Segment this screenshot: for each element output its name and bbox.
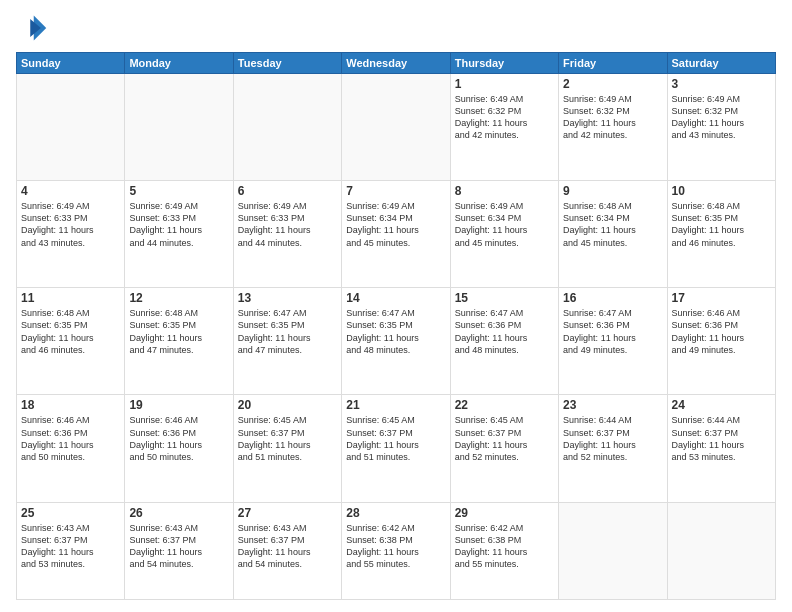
day-number: 22 <box>455 398 554 412</box>
calendar-week-row: 18Sunrise: 6:46 AM Sunset: 6:36 PM Dayli… <box>17 395 776 502</box>
calendar-cell <box>667 502 775 599</box>
day-number: 19 <box>129 398 228 412</box>
day-number: 25 <box>21 506 120 520</box>
day-info: Sunrise: 6:47 AM Sunset: 6:35 PM Dayligh… <box>238 307 337 356</box>
day-info: Sunrise: 6:43 AM Sunset: 6:37 PM Dayligh… <box>238 522 337 571</box>
calendar-cell: 19Sunrise: 6:46 AM Sunset: 6:36 PM Dayli… <box>125 395 233 502</box>
day-number: 10 <box>672 184 771 198</box>
calendar-cell <box>17 74 125 181</box>
day-number: 1 <box>455 77 554 91</box>
day-info: Sunrise: 6:48 AM Sunset: 6:34 PM Dayligh… <box>563 200 662 249</box>
logo <box>16 12 52 44</box>
day-number: 11 <box>21 291 120 305</box>
day-info: Sunrise: 6:46 AM Sunset: 6:36 PM Dayligh… <box>21 414 120 463</box>
weekday-header-saturday: Saturday <box>667 53 775 74</box>
day-info: Sunrise: 6:49 AM Sunset: 6:32 PM Dayligh… <box>455 93 554 142</box>
day-info: Sunrise: 6:49 AM Sunset: 6:32 PM Dayligh… <box>672 93 771 142</box>
page: SundayMondayTuesdayWednesdayThursdayFrid… <box>0 0 792 612</box>
calendar-cell: 16Sunrise: 6:47 AM Sunset: 6:36 PM Dayli… <box>559 288 667 395</box>
day-number: 9 <box>563 184 662 198</box>
calendar-cell: 21Sunrise: 6:45 AM Sunset: 6:37 PM Dayli… <box>342 395 450 502</box>
calendar-cell: 11Sunrise: 6:48 AM Sunset: 6:35 PM Dayli… <box>17 288 125 395</box>
day-info: Sunrise: 6:42 AM Sunset: 6:38 PM Dayligh… <box>346 522 445 571</box>
calendar-cell: 25Sunrise: 6:43 AM Sunset: 6:37 PM Dayli… <box>17 502 125 599</box>
day-number: 28 <box>346 506 445 520</box>
calendar-week-row: 11Sunrise: 6:48 AM Sunset: 6:35 PM Dayli… <box>17 288 776 395</box>
weekday-header-thursday: Thursday <box>450 53 558 74</box>
day-info: Sunrise: 6:45 AM Sunset: 6:37 PM Dayligh… <box>455 414 554 463</box>
calendar-cell <box>125 74 233 181</box>
day-number: 2 <box>563 77 662 91</box>
day-number: 12 <box>129 291 228 305</box>
day-number: 3 <box>672 77 771 91</box>
day-number: 5 <box>129 184 228 198</box>
calendar-cell: 4Sunrise: 6:49 AM Sunset: 6:33 PM Daylig… <box>17 181 125 288</box>
day-info: Sunrise: 6:45 AM Sunset: 6:37 PM Dayligh… <box>346 414 445 463</box>
day-number: 15 <box>455 291 554 305</box>
header <box>16 12 776 44</box>
calendar-cell: 17Sunrise: 6:46 AM Sunset: 6:36 PM Dayli… <box>667 288 775 395</box>
day-number: 24 <box>672 398 771 412</box>
calendar-cell: 15Sunrise: 6:47 AM Sunset: 6:36 PM Dayli… <box>450 288 558 395</box>
calendar-table: SundayMondayTuesdayWednesdayThursdayFrid… <box>16 52 776 600</box>
day-info: Sunrise: 6:46 AM Sunset: 6:36 PM Dayligh… <box>672 307 771 356</box>
calendar-cell: 26Sunrise: 6:43 AM Sunset: 6:37 PM Dayli… <box>125 502 233 599</box>
calendar-header-row: SundayMondayTuesdayWednesdayThursdayFrid… <box>17 53 776 74</box>
day-info: Sunrise: 6:44 AM Sunset: 6:37 PM Dayligh… <box>672 414 771 463</box>
calendar-cell: 5Sunrise: 6:49 AM Sunset: 6:33 PM Daylig… <box>125 181 233 288</box>
day-number: 16 <box>563 291 662 305</box>
calendar-cell: 8Sunrise: 6:49 AM Sunset: 6:34 PM Daylig… <box>450 181 558 288</box>
calendar-cell: 24Sunrise: 6:44 AM Sunset: 6:37 PM Dayli… <box>667 395 775 502</box>
day-number: 6 <box>238 184 337 198</box>
day-number: 29 <box>455 506 554 520</box>
day-info: Sunrise: 6:48 AM Sunset: 6:35 PM Dayligh… <box>21 307 120 356</box>
day-info: Sunrise: 6:47 AM Sunset: 6:36 PM Dayligh… <box>455 307 554 356</box>
calendar-cell <box>559 502 667 599</box>
day-number: 7 <box>346 184 445 198</box>
calendar-cell: 28Sunrise: 6:42 AM Sunset: 6:38 PM Dayli… <box>342 502 450 599</box>
day-number: 17 <box>672 291 771 305</box>
day-info: Sunrise: 6:47 AM Sunset: 6:35 PM Dayligh… <box>346 307 445 356</box>
day-number: 13 <box>238 291 337 305</box>
calendar-cell: 12Sunrise: 6:48 AM Sunset: 6:35 PM Dayli… <box>125 288 233 395</box>
day-info: Sunrise: 6:47 AM Sunset: 6:36 PM Dayligh… <box>563 307 662 356</box>
day-info: Sunrise: 6:49 AM Sunset: 6:34 PM Dayligh… <box>455 200 554 249</box>
day-info: Sunrise: 6:49 AM Sunset: 6:32 PM Dayligh… <box>563 93 662 142</box>
calendar-cell: 6Sunrise: 6:49 AM Sunset: 6:33 PM Daylig… <box>233 181 341 288</box>
day-number: 26 <box>129 506 228 520</box>
day-number: 14 <box>346 291 445 305</box>
calendar-cell: 2Sunrise: 6:49 AM Sunset: 6:32 PM Daylig… <box>559 74 667 181</box>
day-number: 8 <box>455 184 554 198</box>
weekday-header-tuesday: Tuesday <box>233 53 341 74</box>
calendar-week-row: 25Sunrise: 6:43 AM Sunset: 6:37 PM Dayli… <box>17 502 776 599</box>
day-info: Sunrise: 6:49 AM Sunset: 6:33 PM Dayligh… <box>129 200 228 249</box>
day-number: 4 <box>21 184 120 198</box>
calendar-cell: 23Sunrise: 6:44 AM Sunset: 6:37 PM Dayli… <box>559 395 667 502</box>
calendar-cell: 18Sunrise: 6:46 AM Sunset: 6:36 PM Dayli… <box>17 395 125 502</box>
calendar-week-row: 1Sunrise: 6:49 AM Sunset: 6:32 PM Daylig… <box>17 74 776 181</box>
calendar-cell: 20Sunrise: 6:45 AM Sunset: 6:37 PM Dayli… <box>233 395 341 502</box>
day-info: Sunrise: 6:49 AM Sunset: 6:33 PM Dayligh… <box>238 200 337 249</box>
calendar-cell <box>342 74 450 181</box>
day-info: Sunrise: 6:48 AM Sunset: 6:35 PM Dayligh… <box>129 307 228 356</box>
day-info: Sunrise: 6:43 AM Sunset: 6:37 PM Dayligh… <box>21 522 120 571</box>
calendar-cell: 22Sunrise: 6:45 AM Sunset: 6:37 PM Dayli… <box>450 395 558 502</box>
day-info: Sunrise: 6:48 AM Sunset: 6:35 PM Dayligh… <box>672 200 771 249</box>
day-number: 20 <box>238 398 337 412</box>
calendar-cell <box>233 74 341 181</box>
logo-icon <box>16 12 48 44</box>
day-info: Sunrise: 6:45 AM Sunset: 6:37 PM Dayligh… <box>238 414 337 463</box>
calendar-cell: 1Sunrise: 6:49 AM Sunset: 6:32 PM Daylig… <box>450 74 558 181</box>
weekday-header-monday: Monday <box>125 53 233 74</box>
day-info: Sunrise: 6:43 AM Sunset: 6:37 PM Dayligh… <box>129 522 228 571</box>
calendar-cell: 10Sunrise: 6:48 AM Sunset: 6:35 PM Dayli… <box>667 181 775 288</box>
weekday-header-sunday: Sunday <box>17 53 125 74</box>
day-number: 18 <box>21 398 120 412</box>
calendar-cell: 29Sunrise: 6:42 AM Sunset: 6:38 PM Dayli… <box>450 502 558 599</box>
calendar-cell: 14Sunrise: 6:47 AM Sunset: 6:35 PM Dayli… <box>342 288 450 395</box>
day-number: 27 <box>238 506 337 520</box>
calendar-cell: 7Sunrise: 6:49 AM Sunset: 6:34 PM Daylig… <box>342 181 450 288</box>
calendar-week-row: 4Sunrise: 6:49 AM Sunset: 6:33 PM Daylig… <box>17 181 776 288</box>
day-number: 23 <box>563 398 662 412</box>
calendar-cell: 9Sunrise: 6:48 AM Sunset: 6:34 PM Daylig… <box>559 181 667 288</box>
